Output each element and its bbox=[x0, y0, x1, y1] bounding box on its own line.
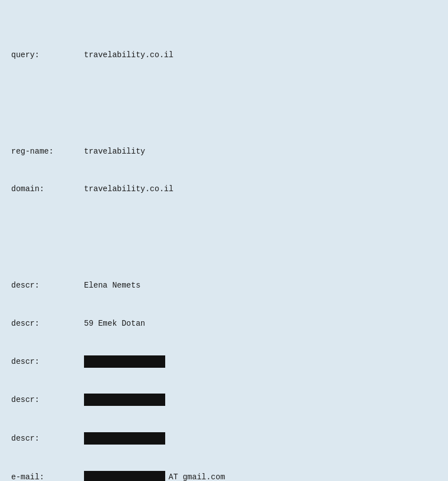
descr2-value: 59 Emek Dotan bbox=[84, 317, 145, 330]
query-label: query: bbox=[11, 49, 84, 62]
descr1-label: descr: bbox=[11, 279, 84, 292]
descr4-row: descr: bbox=[11, 394, 431, 407]
descr3-redacted bbox=[84, 355, 165, 368]
email1-label: e-mail: bbox=[11, 471, 84, 481]
email1-row: e-mail: AT gmail.com bbox=[11, 471, 431, 481]
descr1-row: descr: Elena Nemets bbox=[11, 279, 431, 292]
query-value: travelability.co.il bbox=[84, 49, 174, 62]
descr3-row: descr: bbox=[11, 355, 431, 369]
reg-name-row: reg-name: travelability bbox=[11, 145, 431, 158]
email1-redacted bbox=[84, 471, 165, 481]
whois-output: query: travelability.co.il reg-name: tra… bbox=[11, 11, 431, 481]
domain-label: domain: bbox=[11, 183, 84, 196]
descr4-redacted bbox=[84, 394, 165, 406]
domain-row: domain: travelability.co.il bbox=[11, 183, 431, 196]
descr2-row: descr: 59 Emek Dotan bbox=[11, 317, 431, 330]
domain-value: travelability.co.il bbox=[84, 183, 174, 196]
descr5-redacted bbox=[84, 432, 165, 445]
descr4-label: descr: bbox=[11, 394, 84, 406]
email1-suffix: AT gmail.com bbox=[169, 471, 225, 481]
query-row: query: travelability.co.il bbox=[11, 49, 431, 62]
reg-name-value: travelability bbox=[84, 145, 145, 158]
reg-name-label: reg-name: bbox=[11, 145, 84, 158]
descr5-label: descr: bbox=[11, 432, 84, 445]
descr2-label: descr: bbox=[11, 317, 84, 330]
descr1-value: Elena Nemets bbox=[84, 279, 141, 292]
descr5-row: descr: bbox=[11, 432, 431, 446]
descr3-label: descr: bbox=[11, 355, 84, 368]
